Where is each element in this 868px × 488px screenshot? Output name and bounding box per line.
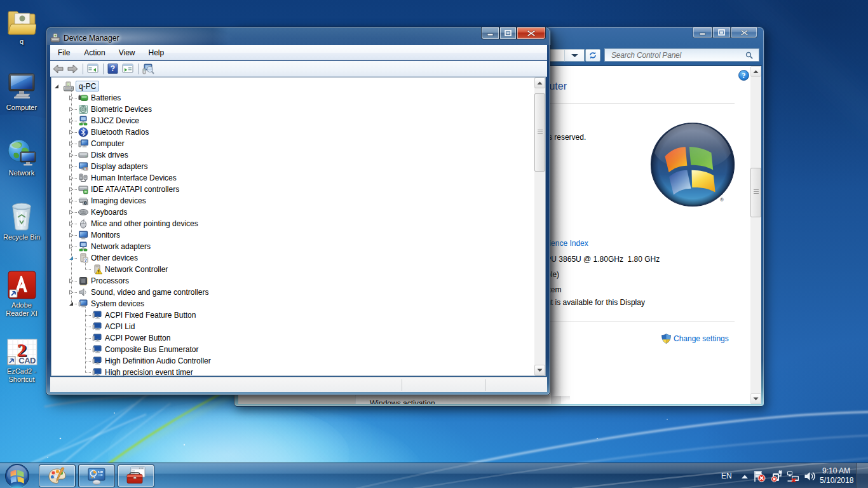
svg-text:?: ?: [742, 71, 746, 80]
svg-text:?: ?: [84, 257, 87, 263]
svg-text:?: ?: [111, 64, 115, 73]
svg-text:CAD: CAD: [18, 356, 36, 365]
